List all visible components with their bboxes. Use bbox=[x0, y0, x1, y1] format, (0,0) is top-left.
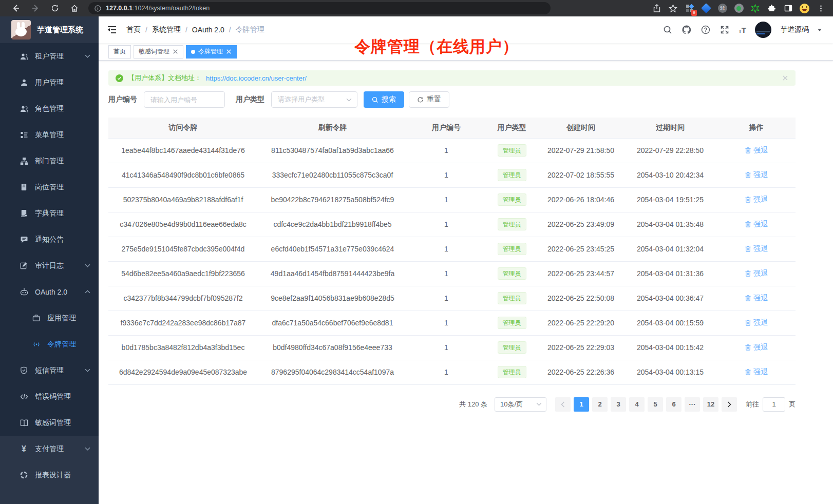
force-logout-button[interactable]: 强退 bbox=[745, 318, 768, 327]
page-button-4[interactable]: 4 bbox=[629, 397, 645, 412]
sidebar-item-oauth-app[interactable]: 应用管理 bbox=[0, 305, 99, 331]
green-star-extension-icon[interactable] bbox=[750, 4, 760, 13]
close-icon[interactable] bbox=[173, 49, 178, 54]
font-size-icon[interactable]: TT bbox=[739, 26, 746, 34]
user-id-cell: 1 bbox=[407, 187, 485, 212]
recorder-extension-icon[interactable] bbox=[734, 4, 744, 13]
alert-close-icon[interactable] bbox=[782, 75, 788, 81]
user-id-input[interactable] bbox=[144, 91, 225, 108]
page-button-12[interactable]: 12 bbox=[703, 397, 718, 412]
alert-doc-link[interactable]: https://doc.iocoder.cn/user-center/ bbox=[206, 74, 307, 82]
sidebar-item-dept[interactable]: 部门管理 bbox=[0, 148, 99, 174]
expire-time-cell: 2022-07-29 22:28:50 bbox=[623, 138, 717, 163]
reset-button[interactable]: 重置 bbox=[409, 91, 449, 108]
force-logout-button[interactable]: 强退 bbox=[745, 343, 768, 352]
expire-time-cell: 2054-03-04 00:15:59 bbox=[623, 311, 717, 335]
gem-icon[interactable] bbox=[701, 4, 711, 13]
user-type-badge: 管理员 bbox=[498, 243, 526, 255]
force-logout-button[interactable]: 强退 bbox=[745, 220, 768, 229]
more-pages-button[interactable]: ··· bbox=[685, 397, 700, 412]
user-type-select[interactable]: 请选择用户类型 bbox=[271, 91, 357, 108]
browser-menu-icon[interactable] bbox=[816, 4, 826, 13]
page-button-3[interactable]: 3 bbox=[611, 397, 626, 412]
extension-with-badge-icon[interactable]: 9 bbox=[685, 4, 694, 13]
created-time-cell: 2022-07-02 18:55:55 bbox=[538, 163, 623, 187]
force-logout-button[interactable]: 强退 bbox=[745, 170, 768, 180]
page-unit-label: 页 bbox=[789, 400, 796, 409]
created-time-cell: 2022-06-25 23:45:25 bbox=[538, 237, 623, 261]
navbar: 首页 / 系统管理 / OAuth 2.0 / 令牌管理 TT 芋道源码 bbox=[99, 16, 833, 43]
search-icon[interactable] bbox=[662, 25, 673, 35]
home-icon[interactable] bbox=[70, 4, 79, 13]
filter-form: 用户编号 用户类型 请选择用户类型 搜索 重置 bbox=[108, 91, 796, 108]
page-button-2[interactable]: 2 bbox=[592, 397, 608, 412]
sidebar-item-oauth[interactable]: OAuth 2.0 bbox=[0, 279, 99, 305]
tab-home[interactable]: 首页 bbox=[108, 45, 131, 59]
force-logout-button[interactable]: 强退 bbox=[745, 367, 768, 377]
user-type-badge: 管理员 bbox=[498, 218, 526, 230]
bookmark-star-icon[interactable] bbox=[668, 4, 678, 13]
tab-sensitive-word[interactable]: 敏感词管理 bbox=[134, 45, 183, 59]
sidebar-item-notice[interactable]: 通知公告 bbox=[0, 226, 99, 253]
doc-alert: 【用户体系】文档地址： https://doc.iocoder.cn/user-… bbox=[108, 70, 796, 86]
breadcrumb-oauth[interactable]: OAuth 2.0 bbox=[192, 26, 224, 34]
forward-icon[interactable] bbox=[31, 4, 40, 13]
chevron-down-icon bbox=[85, 369, 90, 372]
refresh-token-cell: dfa6c71a50a54c66bef706ef9e6e8d81 bbox=[258, 311, 407, 335]
command-extension-icon[interactable]: ⌘ bbox=[717, 4, 727, 13]
share-icon[interactable] bbox=[652, 4, 661, 13]
user-menu-caret-icon[interactable] bbox=[818, 29, 822, 33]
page-button-1[interactable]: 1 bbox=[574, 397, 589, 412]
page-button-5[interactable]: 5 bbox=[648, 397, 663, 412]
fullscreen-icon[interactable] bbox=[720, 25, 730, 35]
breadcrumb-system[interactable]: 系统管理 bbox=[152, 25, 181, 34]
page-info-icon[interactable] bbox=[94, 5, 101, 12]
user-type-badge: 管理员 bbox=[498, 317, 526, 329]
user-name[interactable]: 芋道源码 bbox=[780, 25, 809, 34]
goto-page-input[interactable] bbox=[763, 397, 785, 412]
next-page-button[interactable] bbox=[722, 397, 737, 412]
sidebar-item-payment[interactable]: ¥ 支付管理 bbox=[0, 436, 99, 462]
sidebar-item-post[interactable]: 岗位管理 bbox=[0, 174, 99, 200]
force-logout-button[interactable]: 强退 bbox=[745, 146, 768, 155]
help-icon[interactable] bbox=[701, 25, 711, 35]
sidebar-item-user[interactable]: 用户管理 bbox=[0, 69, 99, 95]
force-logout-button[interactable]: 强退 bbox=[745, 294, 768, 303]
sidebar-item-report-designer[interactable]: 报表设计器 bbox=[0, 462, 99, 488]
sidebar-item-oauth-token[interactable]: 令牌管理 bbox=[0, 331, 99, 357]
force-logout-button[interactable]: 强退 bbox=[745, 269, 768, 278]
puzzle-extension-icon[interactable] bbox=[767, 4, 777, 13]
back-icon[interactable] bbox=[11, 4, 21, 13]
sidebar-item-sms[interactable]: 短信管理 bbox=[0, 357, 99, 383]
force-logout-button[interactable]: 强退 bbox=[745, 195, 768, 204]
page-size-select[interactable]: 10条/页 bbox=[495, 397, 546, 412]
org-chart-icon bbox=[20, 157, 28, 165]
github-icon[interactable] bbox=[681, 25, 692, 35]
sidebar-item-dict[interactable]: 字典管理 bbox=[0, 200, 99, 226]
page-button-6[interactable]: 6 bbox=[666, 397, 681, 412]
created-time-cell: 2022-06-25 22:50:08 bbox=[538, 286, 623, 311]
force-logout-button[interactable]: 强退 bbox=[745, 244, 768, 254]
emoji-profile-icon[interactable] bbox=[800, 4, 809, 13]
sidebar-item-role[interactable]: 角色管理 bbox=[0, 95, 99, 122]
breadcrumb-home[interactable]: 首页 bbox=[126, 25, 141, 34]
tab-token[interactable]: 令牌管理 bbox=[186, 45, 237, 59]
close-icon[interactable] bbox=[226, 49, 232, 54]
reload-icon[interactable] bbox=[50, 4, 60, 13]
collapse-sidebar-icon[interactable] bbox=[107, 25, 117, 35]
sidebar: 芋道管理系统 租户管理 用户管理 角色管理 菜单管理 部门管理 bbox=[0, 16, 99, 504]
app-logo[interactable]: 芋道管理系统 bbox=[0, 16, 99, 43]
created-time-cell: 2022-06-25 22:29:20 bbox=[538, 311, 623, 335]
refresh-token-cell: 8796295f04064c2983414cc54af1097a bbox=[258, 360, 407, 384]
trash-icon bbox=[745, 295, 751, 301]
sidebar-item-error-code[interactable]: 错误码管理 bbox=[0, 383, 99, 410]
side-panel-icon[interactable] bbox=[783, 4, 793, 13]
address-bar[interactable]: 127.0.0.1:1024/system/oauth2/token bbox=[88, 2, 551, 14]
sidebar-item-audit[interactable]: 审计日志 bbox=[0, 253, 99, 279]
user-avatar[interactable] bbox=[755, 22, 771, 38]
sidebar-item-menu[interactable]: 菜单管理 bbox=[0, 122, 99, 148]
sidebar-item-sensitive-word[interactable]: 敏感词管理 bbox=[0, 410, 99, 436]
prev-page-button[interactable] bbox=[555, 397, 571, 412]
search-button[interactable]: 搜索 bbox=[364, 91, 404, 108]
sidebar-item-tenant[interactable]: 租户管理 bbox=[0, 43, 99, 69]
